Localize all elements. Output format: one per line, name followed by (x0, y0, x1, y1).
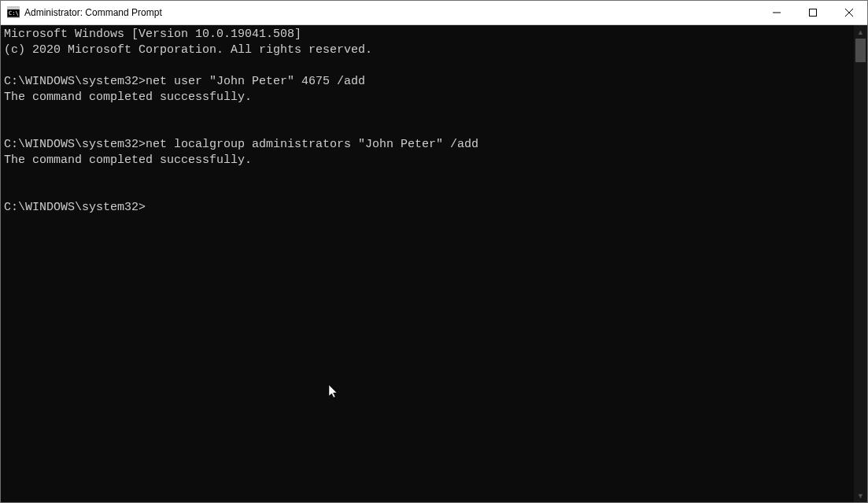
scroll-track[interactable] (854, 39, 867, 489)
svg-rect-1 (7, 7, 20, 9)
titlebar[interactable]: C:\ Administrator: Command Prompt (1, 1, 867, 25)
cmd-icon: C:\ (7, 6, 20, 19)
maximize-button[interactable] (795, 1, 831, 24)
minimize-button[interactable] (759, 1, 795, 24)
close-button[interactable] (831, 1, 867, 24)
terminal-output[interactable]: Microsoft Windows [Version 10.0.19041.50… (1, 25, 854, 502)
scroll-up-arrow[interactable]: ▲ (854, 25, 867, 39)
svg-rect-4 (810, 9, 817, 17)
scroll-down-arrow[interactable]: ▼ (854, 489, 867, 502)
window-title: Administrator: Command Prompt (24, 7, 759, 18)
svg-text:C:\: C:\ (9, 10, 19, 17)
window-controls (759, 1, 867, 24)
vertical-scrollbar[interactable]: ▲ ▼ (854, 25, 867, 502)
terminal-area: Microsoft Windows [Version 10.0.19041.50… (1, 25, 867, 502)
scroll-thumb[interactable] (855, 39, 866, 62)
